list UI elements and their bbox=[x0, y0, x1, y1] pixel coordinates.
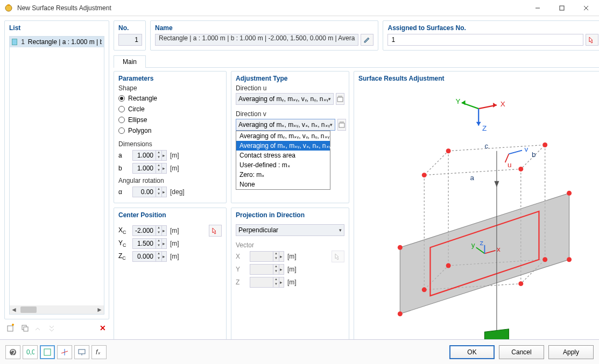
svg-text:c: c bbox=[484, 142, 488, 150]
list-item-label: Rectangle | a : 1.000 m | b : 1.00 bbox=[28, 38, 102, 46]
app-icon bbox=[4, 4, 13, 12]
svg-point-60 bbox=[12, 354, 13, 355]
shape-polygon[interactable]: Polygon bbox=[118, 125, 222, 136]
list-item-icon bbox=[12, 39, 17, 45]
svg-point-34 bbox=[567, 257, 572, 262]
a-unit: [m] bbox=[170, 152, 179, 159]
name-input[interactable]: Rectangle | a : 1.000 m | b : 1.000 m | … bbox=[155, 34, 358, 46]
alpha-input[interactable]: ▲▼▸ bbox=[132, 187, 167, 197]
dir-v-dropdown[interactable]: Averaging of mᵧ, mₓᵧ, vᵧ, nᵧ, nₓᵧ Averag… bbox=[236, 131, 330, 190]
xc-label: XC bbox=[118, 226, 129, 235]
dir-v-option[interactable]: User-defined : mₓ bbox=[236, 160, 330, 170]
shape-ellipse[interactable]: Ellipse bbox=[118, 115, 222, 125]
dir-v-option[interactable]: Zero: mₓ bbox=[236, 170, 330, 180]
svg-point-38 bbox=[518, 281, 523, 286]
b-label: b bbox=[118, 165, 129, 172]
vec-z-unit: [m] bbox=[287, 279, 297, 286]
svg-rect-6 bbox=[8, 326, 13, 331]
alpha-unit: [deg] bbox=[170, 188, 185, 196]
vec-y-unit: [m] bbox=[287, 266, 297, 273]
svg-text:Z: Z bbox=[482, 124, 487, 132]
no-input[interactable] bbox=[118, 34, 142, 46]
svg-point-30 bbox=[518, 167, 523, 172]
svg-text:y: y bbox=[471, 241, 475, 249]
list-item[interactable]: 1 Rectangle | a : 1.000 m | b : 1.00 bbox=[10, 37, 104, 47]
dir-v-settings-button[interactable] bbox=[337, 119, 346, 131]
pick-surface-button[interactable] bbox=[586, 34, 598, 46]
svg-line-43 bbox=[509, 151, 522, 154]
list-panel: List 1 Rectangle | a : 1.000 m | b : 1.0… bbox=[4, 20, 109, 319]
vec-z-label: Z bbox=[236, 279, 246, 286]
adjustment-group: Adjustment Type Direction u Averaging of… bbox=[231, 71, 349, 203]
center-title: Center Position bbox=[118, 211, 222, 219]
dir-u-settings-button[interactable] bbox=[336, 93, 344, 105]
vec-x-input: ▲▼▸ bbox=[250, 251, 284, 262]
svg-point-32 bbox=[398, 245, 403, 250]
preview-group: Surface Results Adjustment X Y Z bbox=[354, 71, 599, 364]
dir-v-option[interactable]: Averaging of mₓ, mₓᵧ, vₓ, nₓ, nₓᵧ bbox=[236, 141, 330, 151]
vec-y-label: Y bbox=[236, 266, 246, 273]
xc-unit: [m] bbox=[170, 227, 179, 234]
preview-canvas[interactable]: X Y Z bbox=[358, 84, 598, 362]
dir-v-option[interactable]: Contact stress area bbox=[236, 151, 330, 160]
alpha-label: α bbox=[118, 188, 129, 196]
axes-button[interactable] bbox=[57, 345, 72, 359]
svg-point-31 bbox=[422, 173, 427, 177]
shape-rectangle[interactable]: Rectangle bbox=[118, 93, 222, 104]
zc-input[interactable]: ▲▼▸ bbox=[132, 251, 167, 262]
parameters-title: Parameters bbox=[118, 75, 222, 82]
svg-rect-65 bbox=[79, 349, 85, 354]
svg-text:v: v bbox=[525, 145, 528, 153]
dir-v-option[interactable]: None bbox=[236, 180, 330, 189]
yc-input[interactable]: ▲▼▸ bbox=[132, 238, 167, 249]
a-input[interactable]: ▲▼▸ bbox=[132, 150, 167, 161]
display-button[interactable] bbox=[74, 345, 89, 359]
dir-u-combo[interactable]: Averaging of mᵧ, mₓᵧ, vᵧ, nᵧ, nₓᵧ ▾ bbox=[236, 93, 334, 105]
svg-rect-1 bbox=[8, 4, 10, 6]
a-label: a bbox=[118, 152, 129, 159]
parameters-group: Parameters Shape Rectangle Circle Ellips… bbox=[114, 71, 227, 203]
assigned-input[interactable] bbox=[387, 34, 583, 46]
svg-marker-15 bbox=[462, 100, 466, 105]
minimize-button[interactable] bbox=[525, 0, 549, 16]
list-item-num: 1 bbox=[20, 38, 25, 46]
window-title: New Surface Results Adjustment bbox=[17, 4, 525, 12]
b-unit: [m] bbox=[170, 165, 179, 172]
delete-item-button[interactable]: ✕ bbox=[96, 322, 109, 334]
toolbar-btn-4[interactable] bbox=[46, 322, 59, 334]
edit-name-button[interactable] bbox=[361, 34, 374, 46]
help-button[interactable] bbox=[5, 345, 20, 359]
new-item-button[interactable] bbox=[4, 322, 17, 334]
vec-z-input: ▲▼▸ bbox=[250, 277, 284, 288]
svg-text:0,00: 0,00 bbox=[26, 348, 34, 356]
maximize-button[interactable] bbox=[549, 0, 574, 16]
units-button[interactable]: 0,00 bbox=[23, 345, 38, 359]
toolbar-btn-3[interactable] bbox=[32, 322, 45, 334]
svg-text:u: u bbox=[508, 161, 511, 169]
function-button[interactable]: fₓ bbox=[91, 345, 107, 359]
list-hscrollbar[interactable]: ◄ ► bbox=[10, 305, 104, 314]
svg-marker-18 bbox=[476, 122, 481, 126]
dir-v-option[interactable]: Averaging of mᵧ, mₓᵧ, vᵧ, nᵧ, nₓᵧ bbox=[236, 131, 330, 141]
dir-v-combo[interactable]: Averaging of mₓ, mₓᵧ, vₓ, nₓ, nₓᵧ ▾ bbox=[236, 119, 335, 131]
chevron-down-icon: ▾ bbox=[330, 122, 333, 127]
ok-button[interactable]: OK bbox=[449, 345, 495, 359]
b-input[interactable]: ▲▼▸ bbox=[132, 163, 167, 174]
projection-combo[interactable]: Perpendicular ▾ bbox=[236, 224, 344, 236]
copy-item-button[interactable] bbox=[18, 322, 31, 334]
apply-button[interactable]: Apply bbox=[548, 345, 594, 359]
svg-point-39 bbox=[422, 287, 427, 292]
tab-main[interactable]: Main bbox=[114, 55, 146, 68]
list-body[interactable]: 1 Rectangle | a : 1.000 m | b : 1.00 ◄ ► bbox=[9, 36, 104, 315]
list-toolbar: ✕ bbox=[4, 319, 109, 334]
svg-point-29 bbox=[542, 142, 547, 147]
view-mode-button[interactable] bbox=[40, 345, 55, 359]
vec-x-label: X bbox=[236, 253, 246, 260]
xc-input[interactable]: ▲▼▸ bbox=[132, 225, 167, 236]
svg-rect-9 bbox=[337, 97, 343, 102]
pick-center-button[interactable] bbox=[209, 225, 222, 237]
chevron-down-icon: ▾ bbox=[328, 96, 331, 102]
close-button[interactable] bbox=[574, 0, 598, 16]
cancel-button[interactable]: Cancel bbox=[499, 345, 544, 359]
shape-circle[interactable]: Circle bbox=[118, 104, 222, 115]
